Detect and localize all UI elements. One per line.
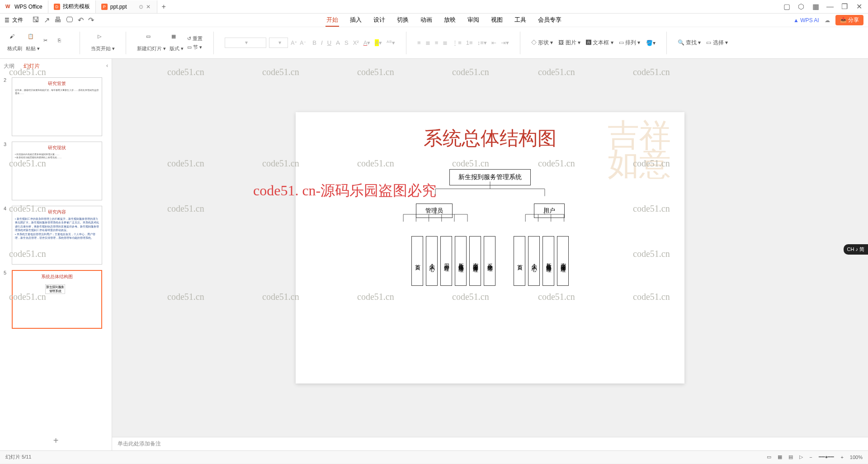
- tab-home[interactable]: 开始: [326, 14, 339, 27]
- label: 新建幻灯片 ▾: [137, 45, 166, 52]
- cloud-icon[interactable]: ☁: [825, 17, 830, 24]
- undo-icon[interactable]: ↶: [78, 16, 84, 24]
- line-spacing-icon[interactable]: ↕≡▾: [477, 39, 487, 46]
- tab-transition[interactable]: 切换: [396, 14, 410, 27]
- tab-templates[interactable]: D 找稻壳模板: [48, 0, 96, 13]
- tab-view[interactable]: 视图: [490, 14, 504, 27]
- underline-button[interactable]: U: [327, 39, 331, 46]
- align-left-icon[interactable]: ≡: [417, 39, 421, 46]
- copy-icon: ⎘: [58, 38, 69, 48]
- thumbnail-3[interactable]: 3 研究现状 • 目前国内外高校已有多种报到管理方案……• 各系统在功能完整性和…: [4, 142, 108, 200]
- tab-wps-office[interactable]: W WPS Office: [0, 0, 48, 13]
- maximize-icon[interactable]: ❐: [841, 3, 848, 10]
- share-button[interactable]: 📤 分享: [835, 15, 863, 25]
- zoom-in-icon[interactable]: +: [840, 455, 843, 460]
- window-box-icon[interactable]: ▢: [783, 3, 790, 10]
- font-color-button[interactable]: A▾: [363, 39, 371, 46]
- find-button[interactable]: 🔍 查找 ▾: [678, 39, 701, 47]
- numbering-icon[interactable]: 1≡: [466, 39, 473, 46]
- textbox-button[interactable]: 🅰 文本框 ▾: [586, 39, 613, 47]
- bold-button[interactable]: B: [312, 39, 316, 46]
- layout-button[interactable]: ▦ 版式 ▾: [170, 33, 184, 52]
- save-icon[interactable]: 🖫: [32, 16, 39, 24]
- format-painter-button[interactable]: 🖌 格式刷: [7, 33, 22, 52]
- tab-animation[interactable]: 动画: [420, 14, 433, 27]
- wps-logo-icon: W: [5, 4, 12, 10]
- decrease-font-icon[interactable]: A⁻: [300, 40, 306, 46]
- select-button[interactable]: ▭ 选择 ▾: [706, 39, 728, 47]
- copy-button[interactable]: ⎘: [58, 38, 69, 48]
- strike-button[interactable]: S: [344, 39, 349, 46]
- brush-icon: 🖌: [9, 33, 20, 44]
- org-chart: 新生报到服务管理系统 管理员 用户 首页 个人中心 用户管理 新生信息管理 宿舍…: [332, 169, 648, 286]
- strikethrough-button[interactable]: A̶: [336, 39, 340, 46]
- tab-insert[interactable]: 插入: [349, 14, 363, 27]
- thumbnail-5[interactable]: 5 系统总体结构图 新生报到服务管理系统: [4, 270, 108, 329]
- bullets-icon[interactable]: ⋮≡: [452, 39, 462, 46]
- view-slideshow-icon[interactable]: ▷: [799, 454, 803, 460]
- ime-indicator[interactable]: CH ♪ 简: [844, 244, 868, 255]
- justify-icon[interactable]: ≣: [443, 39, 448, 46]
- close-icon[interactable]: ✕: [146, 4, 151, 10]
- slides-tab[interactable]: 幻灯片: [24, 62, 40, 70]
- font-select[interactable]: ▾: [225, 38, 266, 48]
- thumbnail-2[interactable]: 2 研究背景 近年来，随着经济发展和高校扩招，每年都有大量新生入学……系统化管理…: [4, 77, 108, 136]
- redo-icon[interactable]: ↷: [88, 16, 94, 24]
- cut-button[interactable]: ✂: [43, 38, 54, 48]
- tab-design[interactable]: 设计: [373, 14, 386, 27]
- superscript-button[interactable]: X²: [353, 39, 359, 46]
- tab-slideshow[interactable]: 放映: [443, 14, 457, 27]
- new-slide-icon: ▭: [146, 33, 157, 44]
- thumbnail-4[interactable]: 4 研究内容 • 新生报到工作的复杂和管理上的不断提升，新生报到服务管理的潜力将…: [4, 206, 108, 265]
- file-menu[interactable]: ☰ 文件: [5, 16, 23, 24]
- new-slide-button[interactable]: ▭ 新建幻灯片 ▾: [137, 33, 166, 52]
- tab-member[interactable]: 会员专享: [537, 14, 562, 27]
- shape-button[interactable]: ◇ 形状 ▾: [531, 39, 553, 47]
- align-right-icon[interactable]: ≡: [435, 39, 439, 46]
- add-slide-button[interactable]: +: [0, 431, 112, 450]
- outline-tab[interactable]: 大纲: [4, 62, 14, 70]
- slide-canvas[interactable]: 吉祥如意 系统总体结构图: [296, 112, 684, 384]
- tab-menu-icon[interactable]: ⊙: [139, 4, 143, 10]
- italic-button[interactable]: I: [321, 39, 323, 46]
- titlebar: W WPS Office D 找稻壳模板 P ppt.ppt ⊙ ✕ + ▢ ⬡…: [0, 0, 868, 14]
- minimize-icon[interactable]: —: [826, 3, 834, 10]
- tab-tools[interactable]: 工具: [514, 14, 527, 27]
- notes-bar[interactable]: 单击此处添加备注: [112, 437, 868, 450]
- fill-icon[interactable]: 🪣▾: [646, 40, 656, 46]
- play-from-current-button[interactable]: ▷ 当页开始 ▾: [91, 33, 115, 52]
- add-tab-button[interactable]: +: [157, 3, 170, 11]
- view-sorter-icon[interactable]: ▦: [778, 454, 782, 460]
- view-reading-icon[interactable]: ▤: [788, 454, 793, 460]
- collapse-panel-icon[interactable]: ‹: [106, 62, 108, 70]
- arrange-button[interactable]: ▭ 排列 ▾: [619, 39, 641, 47]
- increase-font-icon[interactable]: A⁺: [291, 40, 297, 46]
- print-preview-icon[interactable]: 🖵: [66, 16, 73, 24]
- clear-format-button[interactable]: ᴬᴮ▾: [387, 39, 395, 46]
- reset-button[interactable]: ↺ 重置: [187, 35, 203, 42]
- tab-ppt[interactable]: P ppt.ppt ⊙ ✕: [96, 0, 157, 13]
- indent-left-icon[interactable]: ⇤: [491, 39, 496, 46]
- org-user: 用户: [534, 204, 565, 218]
- tab-review[interactable]: 审阅: [467, 14, 480, 27]
- cube-icon[interactable]: ⬡: [797, 3, 805, 10]
- zoom-level[interactable]: 100%: [850, 455, 863, 460]
- highlight-button[interactable]: A▾: [375, 39, 382, 46]
- template-icon: D: [54, 4, 60, 10]
- close-window-icon[interactable]: ✕: [855, 3, 863, 10]
- grid-icon[interactable]: ▦: [812, 3, 819, 10]
- zoom-slider[interactable]: ━━●━━: [819, 454, 835, 460]
- view-normal-icon[interactable]: ▭: [767, 454, 771, 460]
- section-button[interactable]: ▭ 节 ▾: [187, 44, 203, 51]
- export-icon[interactable]: ↗: [44, 16, 50, 24]
- slide-panel: 大纲 幻灯片 ‹ 2 研究背景 近年来，随着经济发展和高校扩招，每年都有大量新生…: [0, 59, 112, 450]
- paste-button[interactable]: 📋 粘贴 ▾: [26, 33, 40, 52]
- indent-right-icon[interactable]: ⇥▾: [501, 39, 509, 46]
- zoom-out-icon[interactable]: −: [809, 455, 812, 460]
- print-icon[interactable]: 🖶: [54, 16, 61, 24]
- image-button[interactable]: 🖼 图片 ▾: [558, 39, 580, 47]
- wps-ai-button[interactable]: ▲ WPS AI: [793, 17, 819, 24]
- font-size-select[interactable]: ▾: [269, 38, 288, 48]
- scissors-icon: ✂: [43, 38, 54, 48]
- align-center-icon[interactable]: ≣: [425, 39, 430, 46]
